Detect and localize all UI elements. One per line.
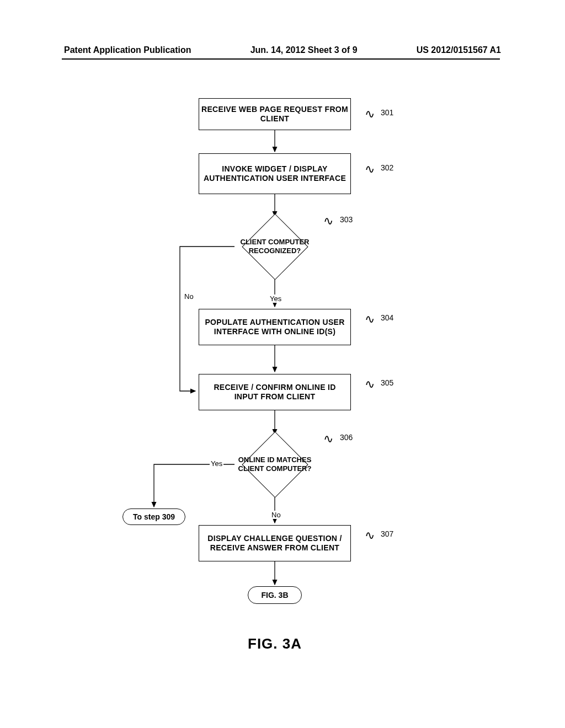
step-301-text: RECEIVE WEB PAGE REQUEST FROM CLIENT	[201, 105, 348, 124]
connector-fig-3b-text: FIG. 3B	[261, 591, 288, 599]
step-305-text: RECEIVE / CONFIRM ONLINE ID INPUT FROM C…	[201, 383, 348, 402]
ref-303: 303	[340, 215, 353, 224]
step-304-box: POPULATE AUTHENTICATION USER INTERFACE W…	[199, 309, 351, 345]
ref-304: 304	[381, 313, 393, 322]
ref-302: 302	[381, 163, 393, 172]
ref-leader-301: ∿	[365, 107, 375, 121]
ref-leader-303: ∿	[323, 214, 333, 228]
ref-leader-304: ∿	[365, 312, 375, 326]
edge-303-yes: Yes	[269, 295, 282, 303]
ref-leader-302: ∿	[365, 162, 375, 176]
edge-306-no: No	[270, 511, 282, 519]
decision-306: ONLINE ID MATCHES CLIENT COMPUTER?	[225, 431, 324, 497]
step-302-box: INVOKE WIDGET / DISPLAY AUTHENTICATION U…	[199, 153, 351, 194]
flowchart-canvas: RECEIVE WEB PAGE REQUEST FROM CLIENT ∿ 3…	[0, 0, 565, 728]
step-307-text: DISPLAY CHALLENGE QUESTION / RECEIVE ANS…	[201, 534, 348, 553]
step-301-box: RECEIVE WEB PAGE REQUEST FROM CLIENT	[199, 98, 351, 130]
ref-306: 306	[340, 433, 353, 442]
patent-page: Patent Application Publication Jun. 14, …	[0, 0, 565, 728]
connector-to-step-309-text: To step 309	[133, 512, 175, 521]
ref-leader-307: ∿	[365, 528, 375, 543]
decision-303: CLIENT COMPUTER RECOGNIZED?	[225, 213, 324, 280]
decision-306-text: ONLINE ID MATCHES CLIENT COMPUTER?	[225, 431, 324, 497]
connector-fig-3b: FIG. 3B	[248, 586, 302, 604]
step-307-box: DISPLAY CHALLENGE QUESTION / RECEIVE ANS…	[199, 525, 351, 561]
ref-301: 301	[381, 108, 393, 117]
ref-307: 307	[381, 529, 393, 538]
edge-306-yes: Yes	[210, 459, 223, 468]
decision-303-text: CLIENT COMPUTER RECOGNIZED?	[225, 213, 324, 280]
figure-caption: FIG. 3A	[248, 635, 302, 652]
ref-leader-305: ∿	[365, 377, 375, 392]
edge-303-no: No	[183, 292, 195, 301]
ref-305: 305	[381, 378, 393, 387]
step-305-box: RECEIVE / CONFIRM ONLINE ID INPUT FROM C…	[199, 374, 351, 410]
connector-to-step-309: To step 309	[122, 508, 185, 525]
step-302-text: INVOKE WIDGET / DISPLAY AUTHENTICATION U…	[201, 164, 348, 184]
ref-leader-306: ∿	[323, 432, 333, 446]
step-304-text: POPULATE AUTHENTICATION USER INTERFACE W…	[201, 318, 348, 337]
